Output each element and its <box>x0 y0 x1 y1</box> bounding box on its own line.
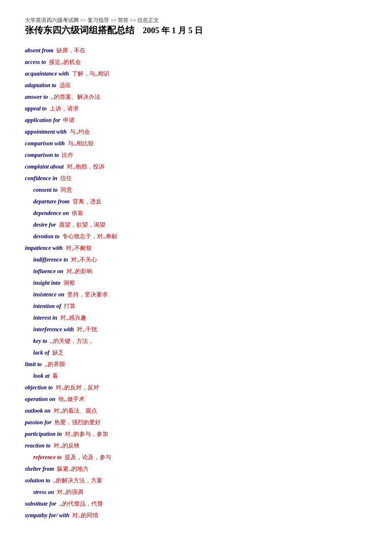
entry-chinese: 与,,约会 <box>70 129 90 135</box>
entry-chinese: 与,,相比较 <box>68 140 94 147</box>
entry-chinese: 愿望，欲望，渴望 <box>59 222 105 228</box>
entry-english: acquaintance with <box>25 71 69 77</box>
list-item: devotion to 专心致志于，对,,奉献 <box>25 231 367 242</box>
list-item: limit to ,,的界限 <box>25 359 367 370</box>
list-item: application for 申请 <box>25 115 367 126</box>
entry-english: interference with <box>33 326 74 333</box>
entry-chinese: 洞察 <box>63 280 75 286</box>
entry-chinese: 对,,的影响 <box>66 268 93 274</box>
list-item: comparison with 与,,相比较 <box>25 138 367 149</box>
entry-english: passion for <box>25 419 51 425</box>
list-item: look at 看 <box>25 370 367 382</box>
list-item: reaction to 对,,的反映 <box>25 440 367 452</box>
entry-chinese: 对,,不关心 <box>71 257 97 263</box>
entry-chinese: ,,的界限 <box>45 361 65 367</box>
entry-english: complaint about <box>25 164 64 170</box>
entry-chinese: 对,,干扰 <box>77 326 97 333</box>
list-item: stress on 对,,的强调 <box>25 487 367 498</box>
list-item: consent to 同意 <box>25 184 367 196</box>
entry-chinese: 了解，与,,相识 <box>72 71 110 77</box>
list-item: key to ,,的关键，方法， <box>25 335 367 347</box>
entry-english: outlook on <box>25 408 51 414</box>
page-title: 张传东四六级词组搭配总结 2005 年 1 月 5 日 <box>25 24 367 37</box>
entry-english: absent from <box>25 47 54 54</box>
entry-english: lack of <box>33 350 49 356</box>
list-item: departure from 背离，违反 <box>25 196 367 208</box>
entry-chinese: 坚持，坚决要求 <box>67 291 108 298</box>
entry-english: consent to <box>33 187 58 193</box>
entry-chinese: 缺席，不在 <box>56 47 85 54</box>
list-item: interest in 对,,感兴趣 <box>25 312 367 324</box>
entry-chinese: 接近,,的机会 <box>49 59 81 65</box>
entry-chinese: 对,,的看法、观点 <box>54 408 97 414</box>
list-item: objection to 对,,的反对，反对 <box>25 382 367 394</box>
entry-english: adaptation to <box>25 82 56 88</box>
list-item: indifference to 对,,不关心 <box>25 254 367 266</box>
list-item: sympathy for/ with 对,,的同情 <box>25 510 367 521</box>
entry-english: substitute for <box>25 501 56 507</box>
entry-chinese: 看 <box>52 373 58 379</box>
list-item: influence on 对,,的影响 <box>25 266 367 277</box>
list-item: desire for 愿望，欲望，渴望 <box>25 219 367 231</box>
entry-chinese: ,,的答案、解决办法 <box>51 94 100 100</box>
entry-english: devotion to <box>33 233 59 240</box>
entry-english: comparison to <box>25 152 59 158</box>
entry-chinese: 对,,的强调 <box>57 489 83 495</box>
list-item: insight into 洞察 <box>25 277 367 289</box>
entry-chinese: 躲避,,的地方 <box>57 466 89 472</box>
entry-chinese: 对,,抱怨，投诉 <box>67 164 105 170</box>
entry-english: reference to <box>33 454 62 460</box>
title-date: 2005 年 1 月 5 日 <box>143 25 203 36</box>
entry-english: stress on <box>33 489 54 495</box>
list-item: adaptation to 适应 <box>25 80 367 91</box>
entry-chinese: 比作 <box>62 152 73 158</box>
list-item: absent from 缺席，不在 <box>25 45 367 56</box>
entry-english: look at <box>33 373 49 379</box>
entry-english: limit to <box>25 361 42 367</box>
entry-english: insistence on <box>33 291 64 298</box>
entry-chinese: 对,,的同情 <box>72 512 98 518</box>
list-item: complaint about 对,,抱怨，投诉 <box>25 161 367 173</box>
entry-chinese: 对,,感兴趣 <box>60 315 86 321</box>
list-item: substitute for ,,的代替品，代替 <box>25 498 367 510</box>
entry-english: answer to <box>25 94 48 100</box>
entry-chinese: ,,的代替品，代替 <box>59 501 103 507</box>
list-item: lack of 缺乏 <box>25 347 367 359</box>
list-item: solution to ,,的解决方法，方案 <box>25 475 367 487</box>
list-item: impatience with 对,,不耐烦 <box>25 242 367 254</box>
entry-chinese: ,,的解决方法，方案 <box>53 477 102 484</box>
entry-english: desire for <box>33 222 56 228</box>
list-item: insistence on 坚持，坚决要求 <box>25 289 367 301</box>
list-item: interference with 对,,干扰 <box>25 324 367 335</box>
entry-english: reaction to <box>25 443 51 449</box>
entry-chinese: 适应 <box>59 82 71 88</box>
list-item: participation in 对,,的参与，参加 <box>25 428 367 440</box>
entry-chinese: 打算 <box>64 303 75 309</box>
content-area: absent from 缺席，不在access to 接近,,的机会acquai… <box>25 45 367 521</box>
list-item: appointment with 与,,约会 <box>25 126 367 138</box>
entry-english: objection to <box>25 384 53 391</box>
entry-chinese: 对,,的反对，反对 <box>56 384 99 391</box>
entry-chinese: 缺乏 <box>52 350 64 356</box>
entry-english: operation on <box>25 396 56 402</box>
entry-chinese: 信任 <box>60 175 72 181</box>
title-main: 张传东四六级词组搭配总结 <box>25 24 134 37</box>
list-item: comparison to 比作 <box>25 149 367 161</box>
entry-english: shelter from <box>25 466 54 472</box>
breadcrumb: 大学英语四六级考试网 >> 复习指导 >> 简答 >> 信息正文 <box>25 17 367 24</box>
list-item: appeal to 上诉，请求 <box>25 103 367 115</box>
list-item: intention of 打算 <box>25 301 367 312</box>
list-item: shelter from 躲避,,的地方 <box>25 463 367 475</box>
entry-english: influence on <box>33 268 63 274</box>
entry-chinese: 背离，违反 <box>73 198 102 205</box>
entry-chinese: 提及，论及，参与 <box>65 454 111 460</box>
entry-english: access to <box>25 59 46 65</box>
list-item: outlook on 对,,的看法、观点 <box>25 405 367 417</box>
entry-english: impatience with <box>25 245 63 251</box>
list-item: access to 接近,,的机会 <box>25 56 367 68</box>
entry-english: key to <box>33 338 47 344</box>
list-item: answer to ,,的答案、解决办法 <box>25 91 367 103</box>
entry-english: appeal to <box>25 105 47 112</box>
entry-english: solution to <box>25 477 50 484</box>
entry-chinese: 申请 <box>63 117 75 123</box>
